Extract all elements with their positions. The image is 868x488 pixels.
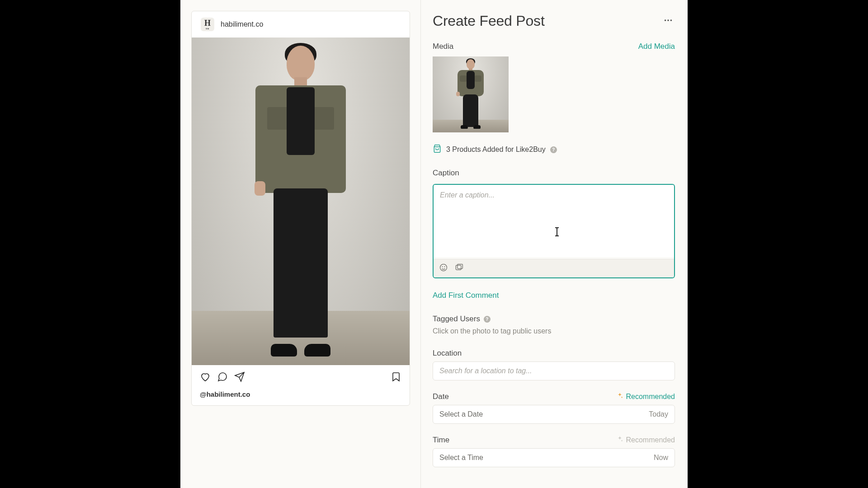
caption-input[interactable]	[434, 185, 674, 257]
app-container: H co habiliment.co	[180, 0, 688, 488]
time-label: Time	[433, 436, 449, 445]
more-options-button[interactable]	[661, 14, 675, 29]
sparkle-icon	[616, 436, 623, 445]
time-placeholder: Select a Time	[439, 454, 483, 462]
preview-header: H co habiliment.co	[192, 11, 410, 38]
recommended-text: Recommended	[626, 436, 675, 444]
caption-toolbar	[434, 259, 674, 277]
date-label: Date	[433, 392, 449, 401]
date-recommended-badge[interactable]: Recommended	[616, 392, 675, 401]
svg-point-5	[444, 267, 445, 267]
location-input[interactable]	[439, 367, 668, 375]
emoji-icon[interactable]	[439, 263, 448, 274]
preview-actions	[192, 365, 410, 390]
send-icon	[234, 371, 245, 384]
help-icon[interactable]: ?	[484, 316, 491, 323]
time-field[interactable]: Select a Time Now	[433, 448, 675, 467]
svg-rect-6	[456, 265, 461, 270]
add-first-comment-link[interactable]: Add First Comment	[433, 291, 675, 300]
add-media-link[interactable]: Add Media	[638, 42, 675, 51]
account-avatar: H co	[201, 18, 214, 31]
avatar-sub: co	[206, 27, 209, 30]
location-label: Location	[433, 349, 675, 358]
time-recommended-badge[interactable]: Recommended	[616, 436, 675, 445]
date-placeholder: Select a Date	[439, 410, 483, 418]
help-icon[interactable]: ?	[550, 146, 557, 153]
recommended-text: Recommended	[626, 393, 675, 401]
tagged-users-hint: Click on the photo to tag public users	[433, 327, 675, 335]
caption-box	[433, 184, 675, 278]
template-icon[interactable]	[454, 263, 463, 274]
account-handle: habiliment.co	[221, 20, 263, 28]
page-title: Create Feed Post	[433, 13, 545, 29]
heart-icon	[200, 371, 211, 384]
preview-caption-handle: @habiliment.co	[192, 390, 410, 405]
svg-point-0	[665, 19, 666, 21]
shopping-bag-icon	[433, 144, 442, 155]
svg-point-4	[442, 267, 443, 267]
sparkle-icon	[616, 392, 623, 401]
svg-point-2	[670, 19, 672, 21]
preview-image[interactable]	[192, 38, 410, 365]
composer-pane: Create Feed Post Media Add Media 3 Produ…	[421, 0, 688, 488]
svg-point-1	[667, 19, 669, 21]
svg-point-3	[440, 264, 447, 271]
media-thumbnail[interactable]	[433, 56, 509, 132]
caption-label: Caption	[433, 169, 675, 178]
location-field[interactable]	[433, 361, 675, 380]
comment-icon	[217, 371, 228, 384]
products-row[interactable]: 3 Products Added for Like2Buy ?	[433, 144, 675, 155]
preview-pane: H co habiliment.co	[180, 0, 421, 488]
time-suffix: Now	[654, 454, 668, 462]
date-suffix: Today	[649, 410, 668, 418]
media-label: Media	[433, 42, 453, 51]
bookmark-icon	[391, 371, 401, 384]
date-field[interactable]: Select a Date Today	[433, 405, 675, 424]
tagged-users-label: Tagged Users	[433, 314, 480, 324]
svg-rect-7	[458, 264, 463, 269]
products-text: 3 Products Added for Like2Buy	[446, 145, 546, 154]
avatar-letter: H	[204, 19, 211, 27]
post-preview-card: H co habiliment.co	[191, 11, 410, 406]
